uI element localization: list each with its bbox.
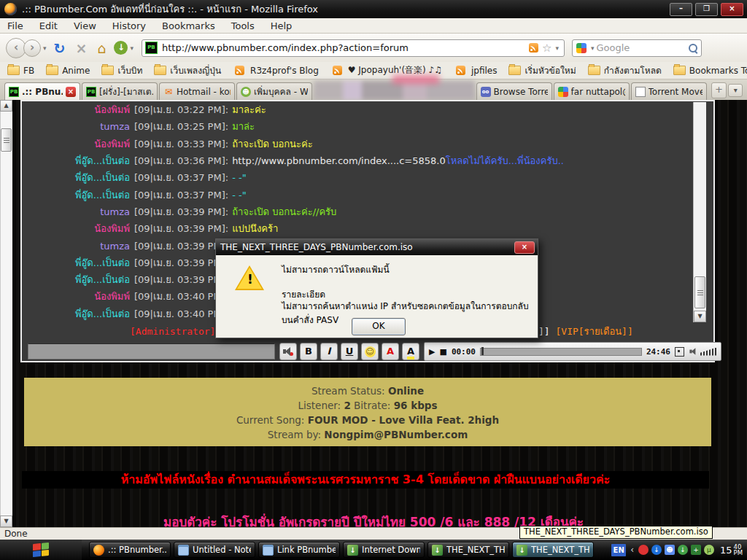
page-scrollbar-thumb[interactable] — [1, 128, 12, 152]
menu-bookmarks[interactable]: Bookmarks — [162, 20, 215, 31]
red-ball-tray-icon[interactable] — [638, 545, 649, 555]
refresh-button[interactable]: ↻ — [54, 40, 66, 56]
search-box[interactable]: ▾ Google — [572, 39, 702, 57]
taskbar-button[interactable]: ↓Internet Downl... — [343, 542, 425, 558]
administrator-label[interactable]: [Administrator] — [130, 326, 215, 337]
rss-icon[interactable] — [529, 43, 538, 52]
taskbar-button[interactable]: ↓THE_NEXT_TH... — [512, 542, 594, 558]
chat-timestamp: [09|เม.ย. 03:39 PM]: — [134, 255, 228, 271]
page-scroll-up-button[interactable]: ▲ — [0, 100, 12, 112]
chat-sender-name[interactable]: พี่อู๊ด...เป็นต่อ — [22, 187, 130, 203]
stop-button[interactable]: × — [75, 40, 87, 56]
menu-file[interactable]: File — [7, 20, 23, 31]
bookmark-item[interactable]: กำลังตามโหลด — [588, 63, 662, 77]
forward-button[interactable]: › — [23, 39, 41, 57]
bookmark-item[interactable]: Anime — [46, 66, 90, 76]
browser-tab[interactable]: far nuttapol@... — [554, 82, 630, 100]
menu-view[interactable]: View — [74, 20, 96, 31]
taskbar-button[interactable]: Link PBnumber ... — [258, 542, 340, 558]
dialog-titlebar[interactable]: THE_NEXT_THREE_DAYS_PBNumber.com.iso × — [216, 239, 538, 255]
menu-edit[interactable]: Edit — [39, 20, 58, 31]
download-manager-button[interactable]: ↓ — [114, 41, 128, 55]
chat-sender-name[interactable]: น้องพิมพ์ — [22, 221, 130, 236]
page-scrollbar[interactable]: ▲ ▼ — [0, 100, 12, 527]
smiley-button[interactable]: ☺ — [361, 343, 379, 360]
chat-sender-name[interactable]: tumza — [22, 206, 130, 217]
history-dropdown-icon[interactable]: ▾ — [43, 44, 47, 52]
chat-sender-name[interactable]: พี่อู๊ด...เป็นต่อ — [22, 306, 130, 322]
ok-button[interactable]: OK — [352, 318, 406, 335]
bookmark-item[interactable]: R3z4prof's Blog — [233, 66, 319, 76]
search-input[interactable]: Google — [597, 42, 689, 53]
search-engine-dropdown-icon[interactable]: ▾ — [591, 44, 595, 52]
restore-button[interactable]: ❐ — [695, 3, 718, 16]
chat-text-input[interactable] — [28, 343, 275, 359]
taskbar-button[interactable]: ↓THE_NEXT_TH... — [427, 542, 509, 558]
chat-sender-name[interactable]: พี่อู๊ด...เป็นต่อ — [22, 153, 130, 168]
taskbar-button[interactable]: Untitled - Note... — [174, 542, 255, 558]
chat-sender-name[interactable]: พี่อู๊ด...เป็นต่อ — [22, 272, 130, 287]
vip-monthly-label[interactable]: [VIP[รายเดือน]] — [555, 326, 632, 337]
chat-sender-name[interactable]: น้องพิมพ์ — [22, 136, 130, 152]
download-dropdown-icon[interactable]: ▾ — [130, 44, 133, 52]
taskbar-button[interactable]: .:: PBnumber.... — [89, 542, 171, 558]
chat-sender-name[interactable]: น้องพิมพ์ — [22, 289, 130, 304]
bookmark-item[interactable]: เว็บเพลงญี่ปุ่น — [154, 63, 221, 77]
url-text[interactable]: http://www.pbnumber.com/index.php?action… — [162, 42, 527, 53]
bold-button[interactable]: B — [300, 343, 317, 360]
google-logo-icon[interactable] — [576, 43, 587, 53]
menu-history[interactable]: History — [112, 20, 146, 31]
browser-tab[interactable]: ☻เพิ่มบุคคล - W... — [236, 82, 312, 100]
browser-tab[interactable]: Torrent Move... — [631, 82, 707, 100]
bookmark-item[interactable]: jpfiles — [454, 66, 497, 76]
bookmark-star-icon[interactable]: ☆ — [542, 42, 551, 55]
bookmark-item[interactable]: FB — [7, 66, 34, 76]
close-button[interactable]: × — [721, 3, 743, 16]
play-button[interactable]: ▶ — [429, 347, 435, 357]
display-mode-icon[interactable] — [675, 347, 684, 357]
announce-button[interactable] — [279, 343, 297, 360]
chat-sender-name[interactable]: พี่อู๊ด...เป็นต่อ — [22, 255, 130, 271]
chat-sender-name[interactable]: พี่อู๊ด...เป็นต่อ — [22, 170, 130, 185]
seek-bar[interactable] — [480, 348, 642, 356]
language-indicator[interactable]: EN — [611, 544, 626, 556]
dialog-close-button[interactable]: × — [514, 241, 535, 254]
network-tray-icon[interactable]: + — [691, 545, 701, 555]
bookmark-item[interactable]: Bookmarks Toolbar — [673, 66, 747, 76]
chat-scrollbar-thumb[interactable] — [694, 276, 705, 308]
volume-control[interactable] — [689, 347, 716, 356]
font-color-button[interactable]: A — [382, 343, 399, 360]
browser-tab[interactable]: ooBrowse Torre... — [476, 82, 552, 100]
browser-tab[interactable]: ✉Hotmail - kora... — [159, 82, 235, 100]
underline-button[interactable]: U — [341, 343, 358, 360]
menu-tools[interactable]: Tools — [231, 20, 255, 31]
chat-sender-name[interactable]: tumza — [22, 121, 130, 132]
new-tab-button[interactable]: + — [711, 82, 727, 98]
search-icon[interactable] — [689, 44, 697, 52]
chat-sender-name[interactable]: tumza — [22, 241, 130, 252]
browser-tab[interactable]: PB.:: PBnu...× — [4, 82, 80, 100]
stop-playback-button[interactable]: ■ — [439, 347, 446, 357]
utorrent-tray-icon[interactable]: µ — [704, 545, 714, 555]
browser-tab[interactable]: PB[ฝรั่ง]-[มาสเต... — [82, 82, 158, 100]
home-button[interactable]: ⌂ — [97, 40, 106, 56]
tray-chevron-icon[interactable]: ‹ — [630, 545, 634, 555]
url-dropdown-icon[interactable]: ▾ — [555, 44, 559, 52]
list-all-tabs-button[interactable]: ▾ — [728, 84, 743, 97]
idm-tray-icon[interactable]: ↓ — [678, 545, 688, 555]
tab-close-icon[interactable]: × — [66, 87, 76, 97]
bookmark-item[interactable]: เว็บบิท — [101, 63, 142, 77]
minimize-button[interactable]: – — [670, 3, 692, 16]
download-tray-icon[interactable]: ↓ — [651, 545, 662, 555]
contacts-tray-icon[interactable]: ☻ — [665, 545, 675, 555]
chat-scroll-down-button[interactable]: ▼ — [694, 311, 706, 322]
start-button[interactable] — [0, 540, 82, 560]
page-scroll-down-button[interactable]: ▼ — [0, 516, 12, 527]
chat-sender-name[interactable]: น้องพิมพ์ — [22, 102, 130, 117]
bookmark-item[interactable]: เริ่มหัวข้อใหม่ — [508, 63, 576, 77]
highlight-button[interactable]: A — [402, 343, 419, 360]
chat-scrollbar[interactable]: ▼ — [693, 102, 706, 322]
menu-help[interactable]: Help — [271, 20, 293, 31]
italic-button[interactable]: I — [320, 343, 338, 360]
address-bar[interactable]: PB http://www.pbnumber.com/index.php?act… — [142, 39, 565, 57]
